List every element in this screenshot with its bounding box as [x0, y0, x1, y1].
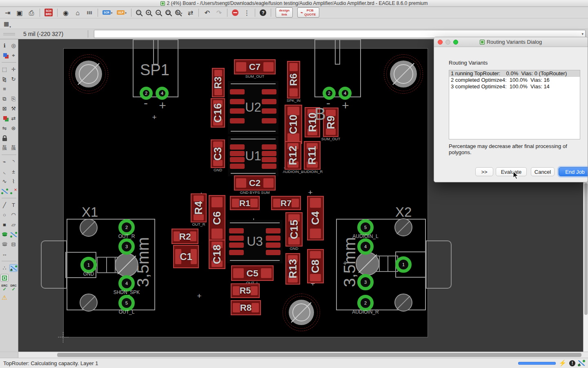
- component-C3[interactable]: C3GND: [211, 139, 225, 168]
- connector-pad[interactable]: 2OUT_R: [118, 219, 135, 236]
- variants-list[interactable]: 1 running TopRouter: 0.0% Vias: 0 (TopRo…: [449, 70, 580, 139]
- mounting-hole[interactable]: [75, 61, 102, 88]
- component-C4[interactable]: C4: [307, 196, 324, 240]
- connector-pad[interactable]: 4SHDN_SPK: [118, 275, 135, 292]
- component-C2[interactable]: C2GND BYPS SUM: [234, 175, 276, 191]
- width-tool[interactable]: ↔: [0, 250, 9, 258]
- arc-tool[interactable]: ◠: [9, 211, 18, 219]
- zoom-redraw-button[interactable]: ↻▾: [175, 10, 183, 15]
- mounting-hole[interactable]: [289, 300, 314, 325]
- mirror-tool[interactable]: ⧎: [0, 75, 9, 83]
- undo-button[interactable]: ↶: [203, 9, 211, 17]
- component-C5[interactable]: C5OUT_L: [231, 265, 274, 281]
- erc-tool[interactable]: ERC✓: [0, 284, 9, 292]
- connector-pad[interactable]: 3: [357, 274, 374, 290]
- meander-tool[interactable]: ∿: [0, 177, 9, 185]
- lock-tool[interactable]: [0, 134, 9, 142]
- component-C16[interactable]: C16: [211, 98, 225, 128]
- value-tool[interactable]: R210k: [0, 144, 9, 152]
- text-tool[interactable]: T: [9, 201, 18, 209]
- zoom-fit-button[interactable]: □: [136, 10, 141, 15]
- horizontal-scrollbar[interactable]: [0, 352, 588, 358]
- signal-tool[interactable]: [9, 231, 18, 238]
- zoom-in-button[interactable]: +: [146, 10, 151, 15]
- polygon-tool[interactable]: ▱: [9, 221, 18, 229]
- library-button[interactable]: ⦀⦀⦀: [86, 9, 93, 17]
- variant-row-3[interactable]: 3 completed Optimize4: 100.0% Vias: 14: [449, 83, 580, 90]
- optimize-tool[interactable]: ⌁: [0, 158, 9, 166]
- open-button[interactable]: ⇥: [4, 9, 11, 17]
- connector-pad[interactable]: 4: [156, 87, 169, 100]
- rect-tool[interactable]: ■: [0, 221, 9, 229]
- more-options-button[interactable]: ⋮: [243, 9, 250, 17]
- autoroute-tool[interactable]: A: [9, 264, 18, 272]
- show-tool[interactable]: ◎: [9, 42, 18, 49]
- refresh-button[interactable]: ⇄: [187, 9, 194, 17]
- help-button[interactable]: ?: [260, 9, 266, 16]
- more-button[interactable]: >>: [475, 167, 493, 176]
- adjust-tool[interactable]: ±: [9, 168, 18, 175]
- errors-tool[interactable]: ⚠: [0, 294, 9, 301]
- fabrication-button[interactable]: ⌂: [74, 9, 81, 17]
- component-U3[interactable]: U3: [227, 220, 283, 263]
- drc-tool[interactable]: DRC✓: [9, 284, 18, 292]
- mark-tool[interactable]: ⌖: [9, 52, 18, 59]
- smd-tool[interactable]: ⊟: [9, 240, 18, 248]
- connector-pad[interactable]: 5OUT_L: [118, 295, 135, 311]
- export-image-button[interactable]: ◉: [62, 9, 69, 17]
- design-link-button[interactable]: designlink: [276, 7, 293, 17]
- run-ulp-button[interactable]: ULP▾: [117, 10, 127, 15]
- toolbar-drag-handle[interactable]: [0, 29, 18, 39]
- component-R1[interactable]: R1: [230, 196, 260, 210]
- component-C7[interactable]: C7SUM_OUT: [234, 59, 276, 74]
- add-part-tool[interactable]: [0, 114, 9, 122]
- redo-button[interactable]: ↷: [215, 9, 223, 17]
- align-tool[interactable]: ≡: [0, 85, 9, 93]
- print-button[interactable]: ⎙: [28, 9, 35, 17]
- rotate-tool[interactable]: ↻: [9, 75, 18, 83]
- value-menu-tool[interactable]: R210k: [9, 144, 18, 152]
- connector-pad[interactable]: 1: [395, 256, 412, 273]
- close-button[interactable]: [438, 40, 443, 45]
- command-input[interactable]: [94, 31, 580, 37]
- lightning-icon[interactable]: ⚡: [559, 359, 566, 367]
- jack-mount-hole[interactable]: [394, 294, 412, 312]
- component-R12[interactable]: R12AUDIOIN_L: [285, 141, 301, 170]
- pcb-quote-button[interactable]: ⌁PCBQUOTE: [297, 7, 319, 17]
- autorouter-status-icon[interactable]: A: [578, 360, 585, 366]
- pad-tool[interactable]: [0, 240, 9, 248]
- minimize-button[interactable]: [445, 40, 450, 45]
- display-layers-tool[interactable]: [0, 52, 9, 59]
- component-R7[interactable]: R7: [271, 196, 301, 210]
- component-C18[interactable]: C18: [209, 240, 225, 269]
- component-C1[interactable]: C1: [173, 245, 199, 268]
- evaluate-button[interactable]: Evaluate: [496, 167, 527, 176]
- component-U2[interactable]: U2: [228, 81, 278, 134]
- cancel-button[interactable]: Cancel: [531, 167, 555, 176]
- connector-pad[interactable]: 3: [118, 238, 135, 255]
- end-job-button[interactable]: End Job: [559, 167, 588, 176]
- stop-button[interactable]: [232, 9, 238, 16]
- component-R2[interactable]: R2: [172, 229, 198, 244]
- horizontal-scrollbar-thumb[interactable]: [57, 353, 581, 357]
- move-tool[interactable]: ✛: [9, 65, 18, 73]
- component-R11[interactable]: R11AUDIOIN_R: [304, 141, 321, 170]
- via-tool[interactable]: [0, 231, 9, 238]
- component-C10[interactable]: C10: [285, 105, 302, 144]
- change-tool[interactable]: ⚒: [9, 105, 18, 112]
- component-C15[interactable]: C15GND: [285, 212, 303, 247]
- miter-tool[interactable]: ◝: [9, 158, 18, 166]
- pinswap-tool[interactable]: ⇋: [0, 124, 9, 132]
- jack-center-hole[interactable]: [356, 252, 379, 276]
- route-tool[interactable]: [0, 187, 9, 195]
- info-tool[interactable]: ℹ: [0, 42, 9, 49]
- jack-mount-hole[interactable]: [394, 218, 412, 236]
- switch-sch-brd-button[interactable]: SCHBRD: [45, 9, 53, 16]
- command-dropdown-arrow[interactable]: ▾: [580, 32, 585, 36]
- circle-tool[interactable]: ○: [0, 211, 9, 219]
- paste-tool[interactable]: ⎘: [9, 95, 18, 103]
- miter2-tool[interactable]: ◟: [0, 168, 9, 175]
- run-script-button[interactable]: SCR▾: [102, 10, 112, 15]
- connector-pad[interactable]: 1GND: [80, 257, 97, 273]
- connector-pad[interactable]: 4: [339, 87, 352, 100]
